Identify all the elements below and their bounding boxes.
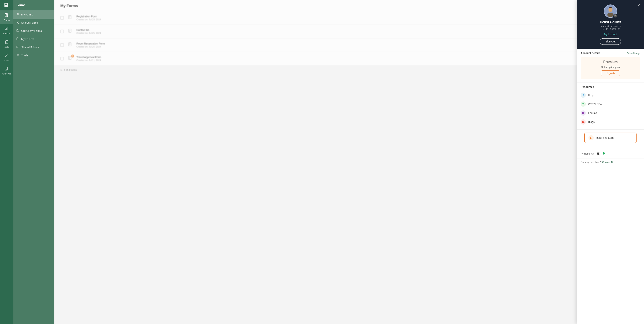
edit-icon: ✏ bbox=[614, 15, 616, 17]
app-logo bbox=[0, 0, 14, 10]
form-name-1: Registration Form bbox=[76, 15, 101, 18]
form-name-3: Room Reservation Form bbox=[76, 42, 105, 45]
sidebar-item-my-folders[interactable]: My Folders bbox=[14, 35, 54, 43]
user-panel: ✕ ✏ Hele bbox=[577, 0, 644, 324]
available-on-row: Available On bbox=[581, 151, 640, 156]
panel-header: ✕ ✏ Hele bbox=[577, 0, 644, 49]
nav-forms-label: Forms bbox=[4, 19, 10, 21]
nav-item-approvals[interactable]: Approvals bbox=[0, 64, 14, 77]
table-row[interactable]: Contact Us Created on: Jul 25, 2024 bbox=[54, 25, 644, 38]
form-icon-wrap-1 bbox=[67, 14, 74, 21]
form-date-1: Created on: Jul 25, 2024 bbox=[76, 18, 101, 21]
sidebar-item-my-forms[interactable]: My Forms bbox=[14, 10, 54, 19]
panel-body: Account details View Usage Premium Subsc… bbox=[577, 49, 644, 324]
refer-icon bbox=[588, 135, 594, 140]
google-play-icon[interactable] bbox=[602, 151, 606, 156]
forums-icon bbox=[581, 110, 586, 116]
trash-label: Trash bbox=[21, 54, 28, 57]
nav-approvals-label: Approvals bbox=[2, 73, 11, 75]
form-file-icon bbox=[68, 42, 72, 48]
resource-item-forums[interactable]: Forums bbox=[581, 109, 640, 117]
panel-email: helenc@zylker.com bbox=[600, 25, 621, 27]
panel-username: Helen Collins bbox=[600, 20, 621, 24]
shared-forms-label: Shared Forms bbox=[21, 21, 38, 24]
premium-card: Premium Subscription plan Upgrade bbox=[581, 57, 640, 79]
shared-forms-icon bbox=[16, 21, 20, 24]
svg-point-45 bbox=[608, 13, 614, 17]
form-checkbox-2[interactable] bbox=[60, 30, 64, 33]
trash-icon bbox=[16, 54, 20, 57]
table-row[interactable]: ? Travel Approval Form Created on: Jul 1… bbox=[54, 52, 644, 65]
form-checkbox-4[interactable] bbox=[60, 57, 64, 60]
form-icon-wrap-3 bbox=[67, 42, 74, 48]
view-usage-link[interactable]: View Usage bbox=[628, 52, 640, 54]
left-navigation: Forms Reports Tasks bbox=[0, 0, 14, 324]
contact-text: Got any questions? bbox=[581, 161, 602, 163]
premium-plan-sub: Subscription plan bbox=[601, 66, 620, 68]
apple-store-icon[interactable] bbox=[596, 151, 600, 156]
svg-rect-15 bbox=[5, 67, 8, 70]
avatar-edit-button[interactable]: ✏ bbox=[613, 14, 617, 18]
account-details-row: Account details View Usage bbox=[581, 51, 640, 54]
whats-new-icon bbox=[581, 101, 586, 107]
svg-rect-3 bbox=[5, 5, 6, 5]
form-date-3: Created on: Jul 25, 2024 bbox=[76, 45, 105, 48]
form-checkbox-3[interactable] bbox=[60, 43, 64, 47]
help-icon: ? bbox=[581, 92, 586, 98]
svg-point-14 bbox=[6, 54, 7, 55]
premium-plan-name: Premium bbox=[603, 60, 618, 64]
forms-icon bbox=[5, 13, 9, 18]
form-icon-wrap-2 bbox=[67, 28, 74, 35]
refer-label: Refer and Earn bbox=[596, 136, 614, 139]
form-checkbox-1[interactable] bbox=[60, 16, 64, 19]
nav-item-users[interactable]: Users bbox=[0, 51, 14, 64]
nav-item-forms[interactable]: Forms bbox=[0, 10, 14, 24]
form-info-1: Registration Form Created on: Jul 25, 20… bbox=[76, 15, 101, 21]
nav-users-label: Users bbox=[4, 59, 10, 61]
sidebar-item-org-forms[interactable]: Org Users' Forms bbox=[14, 27, 54, 35]
shared-folders-icon bbox=[16, 45, 20, 49]
svg-point-50 bbox=[590, 137, 591, 138]
svg-line-24 bbox=[18, 21, 18, 22]
panel-userid: User ID : 53996103 bbox=[601, 28, 620, 30]
resource-item-whats-new[interactable]: What's New bbox=[581, 100, 640, 109]
shared-folders-label: Shared Folders bbox=[21, 46, 39, 49]
resource-item-blogs[interactable]: Blogs bbox=[581, 117, 640, 126]
svg-point-46 bbox=[608, 8, 612, 12]
sidebar-item-shared-forms[interactable]: Shared Forms bbox=[14, 19, 54, 27]
my-forms-label: My Forms bbox=[21, 13, 33, 16]
my-forms-icon bbox=[16, 13, 20, 16]
svg-rect-9 bbox=[6, 28, 7, 30]
my-folders-label: My Folders bbox=[21, 38, 34, 40]
sidebar-title: Forms bbox=[14, 0, 54, 10]
resources-title: Resources bbox=[581, 85, 640, 88]
form-info-3: Room Reservation Form Created on: Jul 25… bbox=[76, 42, 105, 48]
sidebar-item-trash[interactable]: Trash bbox=[14, 51, 54, 60]
resource-item-help[interactable]: ? Help bbox=[581, 91, 640, 100]
my-folders-icon bbox=[16, 37, 20, 41]
table-row[interactable]: Registration Form Created on: Jul 25, 20… bbox=[54, 11, 644, 25]
svg-rect-0 bbox=[4, 2, 8, 7]
form-file-icon bbox=[68, 15, 72, 21]
users-icon bbox=[5, 53, 9, 58]
nav-item-reports[interactable]: Reports bbox=[0, 24, 14, 37]
sign-out-button[interactable]: Sign Out bbox=[600, 38, 621, 45]
form-name-4: Travel Approval Form bbox=[76, 56, 101, 59]
refer-and-earn-button[interactable]: Refer and Earn bbox=[584, 133, 636, 143]
panel-close-button[interactable]: ✕ bbox=[636, 2, 642, 7]
svg-point-20 bbox=[18, 21, 19, 22]
help-label: Help bbox=[588, 94, 594, 97]
svg-point-47 bbox=[609, 10, 610, 10]
sidebar-item-shared-folders[interactable]: Shared Folders bbox=[14, 43, 54, 51]
upgrade-button[interactable]: Upgrade bbox=[601, 70, 620, 76]
account-details-title: Account details bbox=[581, 51, 600, 54]
svg-rect-2 bbox=[5, 4, 7, 5]
my-account-link[interactable]: My Account bbox=[604, 33, 616, 35]
forums-label: Forums bbox=[588, 111, 597, 114]
table-row[interactable]: Room Reservation Form Created on: Jul 25… bbox=[54, 38, 644, 52]
svg-point-21 bbox=[17, 22, 18, 23]
nav-item-tasks[interactable]: Tasks bbox=[0, 37, 14, 51]
reports-icon bbox=[5, 27, 9, 32]
contact-us-link[interactable]: Contact Us bbox=[602, 161, 614, 163]
page-title: My Forms bbox=[54, 0, 644, 11]
